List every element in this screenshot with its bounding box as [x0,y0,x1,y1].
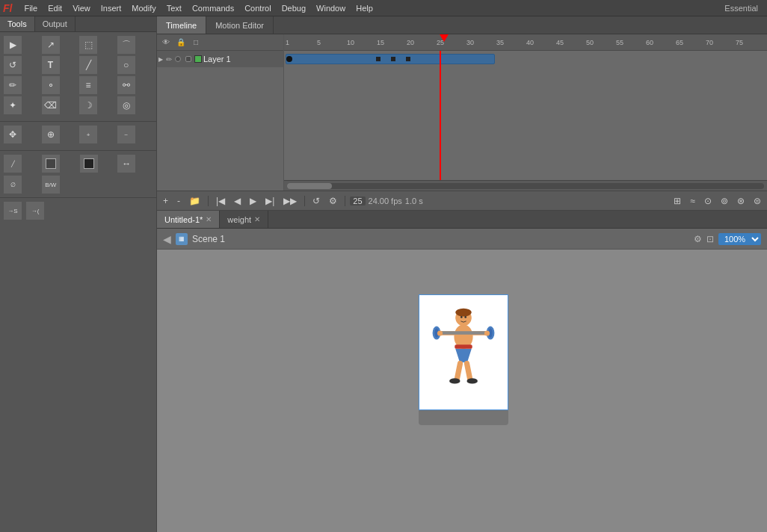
smooth-tool[interactable]: ~ [117,125,136,144]
stage-area[interactable] [157,250,767,532]
loop-button[interactable]: ↺ [309,194,323,208]
menu-view[interactable]: View [68,2,95,14]
stroke-color[interactable]: ╱ [3,154,22,173]
stage-canvas [419,294,508,410]
content-area: Timeline Motion Editor 👁 🔒 □ ▶ ✏ [157,16,767,532]
motion-guide[interactable]: →S [3,201,22,220]
scene-icon: ▦ [176,233,188,245]
menu-commands[interactable]: Commands [188,2,238,14]
menu-control[interactable]: Control [240,2,275,14]
separator-3 [345,196,345,206]
deco-tool[interactable]: ◎ [117,96,136,115]
menu-debug[interactable]: Debug [277,2,310,14]
stage-settings-icon[interactable]: ⚙ [694,234,702,244]
edit-multiple-frames[interactable]: ⊛ [734,194,748,208]
layer-lock-dot[interactable] [185,56,191,62]
pencil-tool[interactable]: ✏ [3,75,22,95]
paint-bucket-tool[interactable]: ⚯ [117,75,136,95]
frame-20: 20 [407,39,414,46]
frame-bar[interactable] [286,54,495,64]
menu-edit[interactable]: Edit [43,2,67,14]
layers-header: 👁 🔒 □ [157,34,283,51]
workspace-label: Essential [724,4,764,13]
svg-line-13 [467,364,471,381]
add-motion-preset[interactable]: ⊞ [671,194,684,208]
free-transform-tool[interactable]: ⬚ [78,35,98,55]
settings-button[interactable]: ⚙ [326,194,340,208]
menu-text[interactable]: Text [162,2,186,14]
pen-tool[interactable]: ↺ [3,55,22,75]
svg-point-16 [437,330,443,335]
layers-panel: 👁 🔒 □ ▶ ✏ Layer 1 [157,34,284,191]
last-frame-button[interactable]: ▶▶ [280,194,300,208]
onion-skin-outlines[interactable]: ⊚ [718,194,731,208]
nav-back-arrow[interactable]: ◀ [163,233,171,245]
frames-content[interactable] [284,51,767,180]
doc-tab-close-untitled[interactable]: ✕ [206,215,212,223]
delete-layer-button[interactable]: - [174,194,183,208]
tab-motion-editor[interactable]: Motion Editor [206,16,274,34]
doc-tab-untitled[interactable]: Untitled-1* ✕ [157,211,220,228]
selection-tool[interactable]: ▶ [3,35,22,55]
ink-bottle-tool[interactable]: ≡ [78,75,98,95]
lock-icon[interactable]: 🔒 [175,37,187,49]
svg-point-2 [455,309,472,317]
current-frame: 25 [350,197,365,205]
play-button[interactable]: ▶ [247,194,259,208]
stage-fit-icon[interactable]: ⊡ [706,234,714,244]
lasso-tool[interactable]: ⌒ [117,35,136,55]
add-layer-button[interactable]: + [160,194,171,208]
line-tool[interactable]: ╱ [78,55,98,75]
oval-tool[interactable]: ○ [117,55,136,75]
tab-tools[interactable]: Tools [0,16,35,31]
no-color[interactable]: ∅ [3,175,22,194]
next-frame-button[interactable]: ▶| [262,194,277,208]
swap-colors[interactable]: ↔ [117,154,136,173]
doc-tab-weight[interactable]: weight ✕ [220,211,268,228]
frame-65: 65 [676,39,683,46]
modify-markers[interactable]: ⊜ [751,194,764,208]
timeline-scrollbar[interactable] [284,180,767,191]
edit-multiple[interactable]: →( [25,201,45,220]
separator-2 [304,196,305,206]
tab-output[interactable]: Output [35,16,76,31]
bone-tool[interactable]: ☽ [78,96,98,115]
scrollbar-track[interactable] [287,183,764,189]
black-white[interactable]: B/W [41,175,61,194]
layer-1-row[interactable]: ▶ ✏ Layer 1 [157,51,283,67]
fill-box[interactable] [41,154,61,173]
doc-tab-close-weight[interactable]: ✕ [254,215,260,223]
subselection-tool[interactable]: ↗ [41,35,61,55]
text-tool[interactable]: T [41,55,61,75]
first-frame-button[interactable]: |◀ [213,194,228,208]
add-folder-button[interactable]: 📁 [186,194,203,208]
square-icon[interactable]: □ [190,37,202,49]
prev-frame-button[interactable]: ◀ [231,194,244,208]
eyedropper-tool[interactable]: ✦ [3,96,22,115]
scrollbar-thumb[interactable] [287,183,332,189]
menu-file[interactable]: File [19,2,42,14]
fill-color[interactable] [79,154,99,173]
brush-tool[interactable]: ⚬ [41,75,61,95]
menu-modify[interactable]: Modify [127,2,160,14]
zoom-selector[interactable]: 100% 50% 200% Fit All [718,233,761,245]
frame-30: 30 [466,39,474,46]
menu-help[interactable]: Help [351,2,378,14]
layer-visibility-dot[interactable] [175,56,181,62]
svg-line-12 [457,364,460,381]
frame-indicator [376,57,381,61]
eye-icon[interactable]: 👁 [160,37,172,49]
ease-button[interactable]: ≈ [687,194,698,208]
zoom-tool[interactable]: ⊕ [41,125,61,144]
frame-15: 15 [377,39,384,46]
menu-window[interactable]: Window [312,2,350,14]
menu-insert[interactable]: Insert [96,2,126,14]
doc-tab-label-weight: weight [227,215,251,224]
timeline-tab-bar: Timeline Motion Editor [157,16,767,34]
hand-tool[interactable]: ✥ [3,125,22,144]
onion-skin-button[interactable]: ⊙ [701,194,715,208]
snap-tool[interactable]: + [78,125,98,144]
tab-timeline[interactable]: Timeline [157,16,206,34]
eraser-tool[interactable]: ⌫ [41,96,61,115]
time-label: 1.0 s [405,197,423,205]
